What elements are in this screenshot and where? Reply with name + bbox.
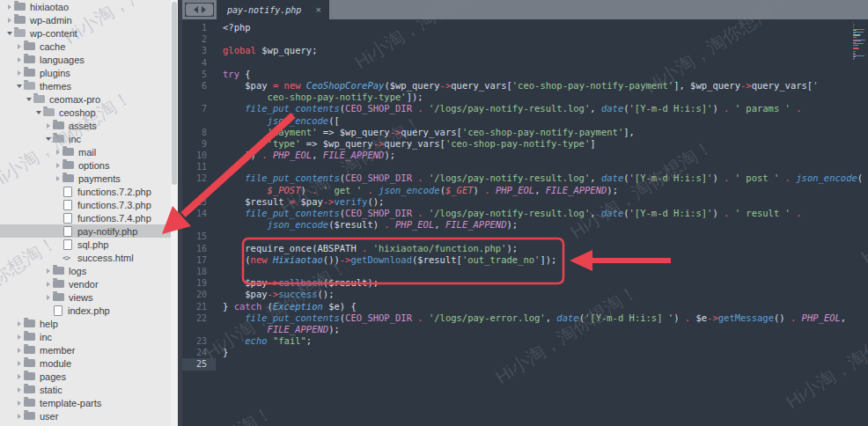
- code-line-13[interactable]: 13 $result = $pay->verify();: [182, 196, 868, 208]
- tree-item-vendor[interactable]: vendor: [0, 277, 178, 290]
- tree-item-payments[interactable]: payments: [0, 172, 178, 185]
- tree-item-template-parts[interactable]: template-parts: [0, 396, 178, 409]
- tree-item-pages[interactable]: pages: [0, 370, 178, 383]
- code-line-10[interactable]: 10 ]) . PHP_EOL, FILE_APPEND);: [182, 150, 868, 161]
- chevron-right-icon[interactable]: [15, 348, 24, 353]
- tree-item-member[interactable]: member: [0, 343, 178, 356]
- chevron-down-icon[interactable]: [5, 32, 14, 35]
- code-line-20[interactable]: 20 $pay->success();: [182, 289, 868, 300]
- code-line-3[interactable]: 3global $wp_query;: [182, 45, 868, 56]
- code-line-9[interactable]: 9 'type' => $wp_query->query_vars['ceo-s…: [182, 138, 868, 150]
- code-line-text: $pay = new CeoShopCorePay($wp_query->que…: [216, 80, 868, 92]
- code-line-25[interactable]: 25: [182, 358, 868, 370]
- chevron-right-icon[interactable]: [44, 282, 53, 287]
- code-line-wrap[interactable]: FILE_APPEND);: [182, 324, 868, 335]
- code-line-18[interactable]: 18: [182, 266, 868, 277]
- tree-item-help[interactable]: help: [0, 317, 178, 330]
- code-line-wrap[interactable]: $_POST) . ' get ' . json_encode($_GET) .…: [182, 185, 868, 196]
- tree-item-ceomax-pro[interactable]: ceomax-pro: [0, 92, 178, 106]
- tree-item-mail[interactable]: mail: [0, 145, 178, 158]
- code-line-wrap[interactable]: json_encode([: [182, 115, 868, 127]
- tree-item-module[interactable]: module: [0, 356, 178, 370]
- tree-item-languages[interactable]: languages: [0, 53, 178, 66]
- tree-item-label: ceoshop: [59, 107, 96, 118]
- chevron-right-icon[interactable]: [5, 18, 14, 23]
- tree-item-functions-7-4-php[interactable]: functions.7.4.php: [0, 211, 178, 224]
- chevron-right-icon[interactable]: [44, 295, 53, 300]
- chevron-right-icon[interactable]: [54, 150, 63, 155]
- tree-item-cache[interactable]: cache: [0, 40, 178, 53]
- chevron-down-icon[interactable]: [25, 98, 33, 101]
- close-icon[interactable]: ×: [316, 4, 329, 15]
- tree-item-plugins[interactable]: plugins: [0, 66, 178, 79]
- tree-item-wp-content[interactable]: wp-content: [0, 26, 178, 40]
- tree-item-views[interactable]: views: [0, 290, 178, 304]
- tree-item-themes[interactable]: themes: [0, 79, 178, 92]
- chevron-right-icon[interactable]: [54, 163, 63, 168]
- tree-item-hixiaotao[interactable]: hixiaotao: [0, 0, 178, 13]
- code-line-24[interactable]: 24}: [182, 347, 868, 358]
- chevron-down-icon[interactable]: [15, 84, 24, 88]
- file-tree: hixiaotaowp-adminwp-contentcachelanguage…: [0, 0, 178, 422]
- chevron-right-icon[interactable]: [15, 374, 24, 379]
- tree-item-functions-7-2-php[interactable]: functions.7.2.php: [0, 185, 178, 198]
- gutter-line-number: 4: [182, 57, 216, 69]
- code-line-15[interactable]: 15: [182, 231, 868, 242]
- tree-item-assets[interactable]: assets: [0, 119, 178, 132]
- code-line-16[interactable]: 16 require_once(ABSPATH . 'hixiaotao/fun…: [182, 243, 868, 254]
- code-line-6[interactable]: 6 $pay = new CeoShopCorePay($wp_query->q…: [182, 80, 868, 92]
- chevron-right-icon[interactable]: [15, 414, 24, 419]
- tree-item-inc[interactable]: inc: [0, 132, 178, 145]
- tree-item-success-html[interactable]: <>success.html: [0, 251, 178, 264]
- tree-item-index-php[interactable]: index.php: [0, 304, 178, 317]
- code-line-22[interactable]: 22 file_put_contents(CEO_SHOP_DIR . '/lo…: [182, 312, 868, 324]
- tree-item-static[interactable]: static: [0, 383, 178, 396]
- chevron-right-icon[interactable]: [15, 44, 24, 49]
- code-line-19[interactable]: 19 $pay->callback($result);: [182, 277, 868, 289]
- chevron-right-icon[interactable]: [15, 361, 24, 366]
- code-line-14[interactable]: 14 file_put_contents(CEO_SHOP_DIR . '/lo…: [182, 208, 868, 219]
- chevron-right-icon[interactable]: [54, 176, 63, 181]
- chevron-down-icon[interactable]: [44, 137, 53, 141]
- chevron-right-icon[interactable]: [5, 4, 14, 10]
- code-line-wrap[interactable]: json_encode($result) . PHP_EOL, FILE_APP…: [182, 219, 868, 231]
- code-line-23[interactable]: 23 echo "fail";: [182, 335, 868, 347]
- code-line-21[interactable]: 21} catch (Exception $e) {: [182, 301, 868, 312]
- code-line-2[interactable]: 2: [182, 33, 868, 45]
- chevron-right-icon[interactable]: [15, 70, 24, 76]
- tab-pay-notify[interactable]: pay-notify.php ×: [217, 0, 329, 19]
- chevron-right-icon[interactable]: [15, 334, 24, 340]
- tree-item-pay-notify-php[interactable]: pay-notify.php: [0, 224, 178, 238]
- code-line-wrap[interactable]: ceo-shop-pay-notify-type']);: [182, 92, 868, 103]
- tree-item-inc[interactable]: inc: [0, 330, 178, 343]
- code-area[interactable]: 1<?php23global $wp_query;45try {6 $pay =…: [182, 19, 868, 426]
- tree-item-user[interactable]: user: [0, 409, 178, 422]
- tree-item-sql-php[interactable]: sql.php: [0, 238, 178, 251]
- chevron-right-icon[interactable]: [15, 57, 24, 62]
- tree-item-wp-admin[interactable]: wp-admin: [0, 13, 178, 26]
- tab-scroll-right-icon[interactable]: [202, 6, 206, 13]
- code-line-7[interactable]: 7 file_put_contents(CEO_SHOP_DIR . '/log…: [182, 103, 868, 114]
- chevron-down-icon[interactable]: [34, 111, 43, 114]
- code-line-1[interactable]: 1<?php: [182, 22, 868, 33]
- tab-scroll-left-icon[interactable]: [194, 6, 198, 13]
- chevron-right-icon[interactable]: [15, 400, 24, 406]
- sidebar-scrollbar-thumb[interactable]: [172, 2, 177, 185]
- chevron-right-icon[interactable]: [44, 123, 53, 129]
- tree-item-logs[interactable]: logs: [0, 264, 178, 277]
- chevron-right-icon[interactable]: [44, 268, 53, 274]
- code-line-4[interactable]: 4: [182, 57, 868, 69]
- code-line-8[interactable]: 8 'payment' => $wp_query->query_vars['ce…: [182, 127, 868, 138]
- tree-item-functions-7-3-php[interactable]: functions.7.3.php: [0, 198, 178, 211]
- sidebar-scrollbar[interactable]: [171, 0, 178, 426]
- chevron-right-icon[interactable]: [15, 321, 24, 327]
- code-line-12[interactable]: 12 file_put_contents(CEO_SHOP_DIR . '/lo…: [182, 173, 868, 184]
- code-line-5[interactable]: 5try {: [182, 69, 868, 80]
- file-icon: [63, 213, 72, 224]
- tree-item-options[interactable]: options: [0, 158, 178, 172]
- code-line-17[interactable]: 17 (new Hixiaotao())->getDownload($resul…: [182, 254, 868, 266]
- code-line-11[interactable]: 11: [182, 161, 868, 173]
- minimap[interactable]: [853, 20, 868, 62]
- tree-item-ceoshop[interactable]: ceoshop: [0, 106, 178, 119]
- chevron-right-icon[interactable]: [15, 387, 24, 393]
